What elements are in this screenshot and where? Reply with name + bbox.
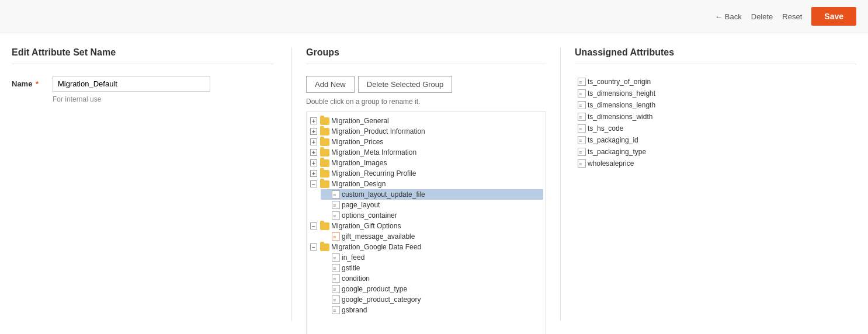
doc-icon: [578, 159, 586, 168]
tree-item-label: Migration_Design: [331, 180, 386, 188]
save-button[interactable]: Save: [811, 7, 856, 26]
folder-icon: [320, 222, 329, 230]
expand-icon[interactable]: +: [310, 117, 317, 124]
unassigned-item-tco[interactable]: ts_country_of_origin: [575, 76, 856, 88]
tree-item-label: google_product_category: [342, 295, 421, 304]
doc-icon: [332, 285, 340, 293]
name-form-row: Name *: [12, 76, 274, 92]
tree-item-mpi[interactable]: +Migration_Product Information: [309, 126, 543, 137]
tree-item-cluf[interactable]: custom_layout_update_file: [321, 189, 543, 200]
unassigned-item-tpid[interactable]: ts_packaging_id: [575, 134, 856, 146]
unassigned-item-label: ts_hs_code: [588, 124, 623, 133]
unassigned-item-label: ts_dimensions_height: [588, 89, 655, 98]
tree-container[interactable]: +Migration_General+Migration_Product Inf…: [306, 112, 546, 334]
unassigned-item-tdh[interactable]: ts_dimensions_height: [575, 88, 856, 99]
expand-icon[interactable]: +: [310, 170, 317, 177]
unassigned-item-label: ts_dimensions_length: [588, 101, 655, 109]
expand-icon[interactable]: +: [310, 138, 317, 145]
folder-icon: [320, 149, 329, 156]
doc-icon: [332, 274, 340, 283]
tree-item-gma[interactable]: gift_message_available: [321, 231, 543, 242]
tree-item-mrp[interactable]: +Migration_Recurring Profile: [309, 168, 543, 179]
tree-item-label: gift_message_available: [342, 232, 415, 241]
doc-icon: [578, 148, 586, 156]
left-panel: Edit Attribute Set Name Name * For inter…: [12, 47, 292, 321]
tree-children-md: custom_layout_update_filepage_layoutopti…: [309, 189, 543, 221]
tree-item-label: Migration_Images: [331, 159, 387, 167]
reset-button[interactable]: Reset: [782, 12, 802, 21]
name-label: Name *: [12, 76, 47, 88]
folder-icon: [320, 117, 329, 125]
tree-item-gt[interactable]: gstitle: [321, 263, 543, 273]
doc-icon: [332, 211, 340, 220]
tree-item-pl[interactable]: page_layout: [321, 200, 543, 210]
doc-icon: [332, 295, 340, 304]
unassigned-item-label: ts_packaging_id: [588, 136, 638, 144]
folder-icon: [320, 138, 329, 146]
unassigned-item-tdw[interactable]: ts_dimensions_width: [575, 111, 856, 123]
name-input[interactable]: [53, 76, 210, 92]
tree-item-label: Migration_General: [331, 117, 389, 125]
tree-item-md[interactable]: −Migration_Design: [309, 179, 543, 189]
edit-attr-set-title: Edit Attribute Set Name: [12, 47, 274, 64]
expand-icon[interactable]: +: [310, 159, 317, 166]
tree-item-label: custom_layout_update_file: [342, 190, 425, 199]
doc-icon: [332, 264, 340, 272]
name-hint: For internal use: [53, 95, 274, 103]
delete-selected-group-button[interactable]: Delete Selected Group: [358, 76, 453, 93]
tree-children-mgo: gift_message_available: [309, 231, 543, 242]
doc-icon: [578, 136, 586, 144]
unassigned-item-wp[interactable]: wholesaleprice: [575, 158, 856, 169]
unassigned-item-tdl[interactable]: ts_dimensions_length: [575, 99, 856, 111]
tree-item-gsb[interactable]: gsbrand: [321, 305, 543, 315]
tree-item-oc[interactable]: options_container: [321, 210, 543, 221]
tree-item-label: google_product_type: [342, 285, 407, 293]
collapse-icon[interactable]: −: [310, 243, 317, 251]
add-new-button[interactable]: Add New: [306, 76, 355, 93]
right-panel: Unassigned Attributes ts_country_of_orig…: [561, 47, 856, 321]
unassigned-item-thsc[interactable]: ts_hs_code: [575, 123, 856, 134]
doc-icon: [578, 113, 586, 121]
doc-icon: [332, 306, 340, 314]
tree-item-label: gstitle: [342, 264, 360, 272]
tree-item-if[interactable]: in_feed: [321, 252, 543, 263]
unassigned-title: Unassigned Attributes: [575, 47, 856, 64]
tree-item-label: Migration_Recurring Profile: [331, 169, 416, 178]
tree-item-mim[interactable]: +Migration_Images: [309, 158, 543, 168]
expand-icon[interactable]: +: [310, 128, 317, 135]
doc-icon: [578, 101, 586, 109]
middle-panel: Groups Add New Delete Selected Group Dou…: [292, 47, 561, 321]
folder-icon: [320, 180, 329, 188]
expand-icon[interactable]: +: [310, 149, 317, 156]
folder-icon: [320, 159, 329, 167]
folder-icon: [320, 128, 329, 135]
page-header: ← Back Delete Reset Save: [0, 0, 868, 33]
tree-item-cond[interactable]: condition: [321, 273, 543, 284]
unassigned-item-label: ts_packaging_type: [588, 148, 646, 156]
doc-orange-icon: [332, 232, 340, 241]
tree-item-mp[interactable]: +Migration_Prices: [309, 137, 543, 147]
unassigned-item-tpt[interactable]: ts_packaging_type: [575, 146, 856, 158]
tree-item-gpc[interactable]: google_product_category: [321, 294, 543, 305]
main-content: Edit Attribute Set Name Name * For inter…: [0, 33, 868, 334]
tree-item-label: Migration_Prices: [331, 138, 383, 146]
folder-icon: [320, 243, 329, 251]
tree-item-label: options_container: [342, 211, 397, 220]
collapse-icon[interactable]: −: [310, 222, 317, 229]
tree-item-mg[interactable]: +Migration_General: [309, 116, 543, 126]
unassigned-list: ts_country_of_origints_dimensions_height…: [575, 76, 856, 169]
collapse-icon[interactable]: −: [310, 180, 317, 187]
tree-item-label: Migration_Gift Options: [331, 222, 401, 230]
groups-buttons: Add New Delete Selected Group: [306, 76, 546, 93]
doc-icon: [578, 89, 586, 98]
tree-item-mmi[interactable]: +Migration_Meta Information: [309, 147, 543, 158]
tree-item-label: Migration_Product Information: [331, 127, 425, 135]
delete-button[interactable]: Delete: [751, 12, 773, 21]
back-button[interactable]: ← Back: [715, 12, 742, 21]
tree-item-mgdf[interactable]: −Migration_Google Data Feed: [309, 242, 543, 252]
doc-icon: [332, 190, 340, 199]
tree-item-mgo[interactable]: −Migration_Gift Options: [309, 221, 543, 231]
tree-item-label: Migration_Meta Information: [331, 148, 416, 156]
tree-item-gpt[interactable]: google_product_type: [321, 284, 543, 294]
unassigned-item-label: wholesaleprice: [588, 159, 634, 168]
